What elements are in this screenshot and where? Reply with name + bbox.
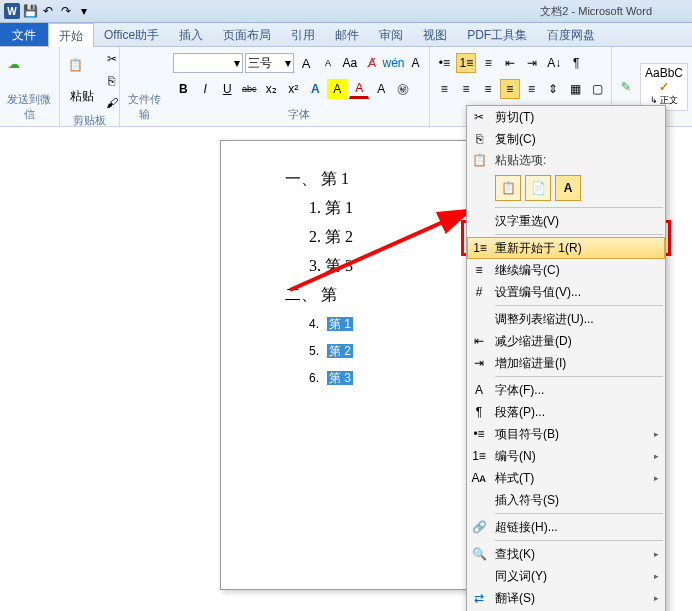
submenu-arrow-icon: ▸ (654, 571, 659, 581)
wechat-icon: ☁ (8, 57, 36, 85)
separator (495, 376, 663, 377)
bullets-icon: •≡ (471, 426, 487, 442)
ribbon-group-wechat: ☁ 发送到微信 (0, 47, 60, 126)
style-tool1-icon[interactable]: ✎ (616, 77, 636, 97)
submenu-arrow-icon: ▸ (654, 593, 659, 603)
tab-insert[interactable]: 插入 (169, 23, 213, 46)
qat-dropdown-icon[interactable]: ▾ (76, 3, 92, 19)
phonetic-button[interactable]: wén (384, 53, 404, 73)
paste-merge-button[interactable]: 📄 (525, 175, 551, 201)
send-to-wechat-button[interactable]: ☁ (4, 55, 40, 87)
redo-icon[interactable]: ↷ (58, 3, 74, 19)
subscript-button[interactable]: x₂ (261, 79, 281, 99)
style-preview-normal[interactable]: AaBbC ✓ ↳ 正文 (640, 63, 688, 111)
show-marks-button[interactable]: ¶ (566, 53, 586, 73)
align-center-button[interactable]: ≡ (456, 79, 476, 99)
cm-styles[interactable]: Aᴀ样式(T)▸ (467, 467, 665, 489)
underline-button[interactable]: U (217, 79, 237, 99)
cm-set-number-value[interactable]: #设置编号值(V)... (467, 281, 665, 303)
grow-font-button[interactable]: A (296, 53, 316, 73)
font-icon: A (471, 382, 487, 398)
format-painter-icon[interactable]: 🖌 (102, 93, 122, 113)
cm-increase-indent[interactable]: ⇥增加缩进量(I) (467, 352, 665, 374)
italic-button[interactable]: I (195, 79, 215, 99)
bullets-button[interactable]: •≡ (434, 53, 454, 73)
tab-review[interactable]: 审阅 (369, 23, 413, 46)
justify-button[interactable]: ≡ (500, 79, 520, 99)
tab-pdf-tools[interactable]: PDF工具集 (457, 23, 537, 46)
tab-baidu-netdisk[interactable]: 百度网盘 (537, 23, 605, 46)
tab-references[interactable]: 引用 (281, 23, 325, 46)
cm-copy[interactable]: ⎘复制(C) (467, 128, 665, 150)
cm-find[interactable]: 🔍查找(K)▸ (467, 543, 665, 565)
find-icon: 🔍 (471, 546, 487, 562)
shading-button[interactable]: ▦ (565, 79, 585, 99)
file-tab[interactable]: 文件 (0, 23, 48, 46)
cm-continue-numbering[interactable]: ≡继续编号(C) (467, 259, 665, 281)
tab-page-layout[interactable]: 页面布局 (213, 23, 281, 46)
font-color-button[interactable]: A (349, 79, 369, 99)
cut-icon[interactable]: ✂ (102, 49, 122, 69)
sort-button[interactable]: A↓ (544, 53, 564, 73)
continue-numbering-icon: ≡ (471, 262, 487, 278)
cm-font[interactable]: A字体(F)... (467, 379, 665, 401)
align-right-button[interactable]: ≡ (478, 79, 498, 99)
paste-keep-source-button[interactable]: 📋 (495, 175, 521, 201)
multilevel-button[interactable]: ≡ (478, 53, 498, 73)
group-label: 发送到微信 (4, 92, 55, 124)
paste-text-only-button[interactable]: A (555, 175, 581, 201)
cm-synonyms[interactable]: 同义词(Y)▸ (467, 565, 665, 587)
copy-icon[interactable]: ⎘ (102, 71, 122, 91)
separator (495, 540, 663, 541)
clear-format-button[interactable]: A̸ (362, 53, 382, 73)
quick-access-toolbar: W 💾 ↶ ↷ ▾ (4, 3, 92, 19)
increase-indent-button[interactable]: ⇥ (522, 53, 542, 73)
borders-button[interactable]: ▢ (587, 79, 607, 99)
enclose-char-button[interactable]: ㊙ (393, 79, 413, 99)
numbering-button[interactable]: 1≡ (456, 53, 476, 73)
decrease-indent-button[interactable]: ⇤ (500, 53, 520, 73)
cm-translate[interactable]: ⇄翻译(S)▸ (467, 587, 665, 609)
cm-restart-at-1[interactable]: 1≡重新开始于 1(R) (467, 237, 665, 259)
cm-hanzi-reselect[interactable]: 汉字重选(V) (467, 210, 665, 232)
context-menu: ✂剪切(T) ⎘复制(C) 📋粘贴选项: 📋 📄 A 汉字重选(V) 1≡重新开… (466, 105, 666, 611)
char-border-button[interactable]: A (406, 53, 426, 73)
hyperlink-icon: 🔗 (471, 519, 487, 535)
selection: 第 2 (327, 344, 353, 358)
change-case-button[interactable]: Aa (340, 53, 360, 73)
cm-adjust-list-indent[interactable]: 调整列表缩进(U)... (467, 308, 665, 330)
line-spacing-button[interactable]: ⇕ (543, 79, 563, 99)
char-shading-button[interactable]: A (371, 79, 391, 99)
shrink-font-button[interactable]: A (318, 53, 338, 73)
tab-office-assistant[interactable]: Office助手 (94, 23, 169, 46)
align-left-button[interactable]: ≡ (434, 79, 454, 99)
word-icon: W (4, 3, 20, 19)
font-name-combo[interactable]: ▾ (173, 53, 242, 73)
highlight-button[interactable]: A (327, 79, 347, 99)
save-icon[interactable]: 💾 (22, 3, 38, 19)
cm-numbering[interactable]: 1≡编号(N)▸ (467, 445, 665, 467)
cm-cut[interactable]: ✂剪切(T) (467, 106, 665, 128)
separator (495, 234, 663, 235)
cm-hyperlink[interactable]: 🔗超链接(H)... (467, 516, 665, 538)
font-size-combo[interactable]: 三号▾ (245, 53, 295, 73)
text-effects-button[interactable]: A (305, 79, 325, 99)
tab-mailings[interactable]: 邮件 (325, 23, 369, 46)
cm-decrease-indent[interactable]: ⇤减少缩进量(D) (467, 330, 665, 352)
cm-insert-symbol[interactable]: 插入符号(S) (467, 489, 665, 511)
tab-home[interactable]: 开始 (48, 23, 94, 47)
strike-button[interactable]: abc (239, 79, 259, 99)
undo-icon[interactable]: ↶ (40, 3, 56, 19)
ribbon-group-filetrans: 文件传输 (120, 47, 170, 126)
paste-button[interactable]: 📋 粘贴 (64, 56, 100, 107)
submenu-arrow-icon: ▸ (654, 451, 659, 461)
copy-icon: ⎘ (471, 131, 487, 147)
superscript-button[interactable]: x² (283, 79, 303, 99)
cut-icon: ✂ (471, 109, 487, 125)
distribute-button[interactable]: ≡ (522, 79, 542, 99)
bold-button[interactable]: B (173, 79, 193, 99)
cm-paragraph[interactable]: ¶段落(P)... (467, 401, 665, 423)
tab-view[interactable]: 视图 (413, 23, 457, 46)
cm-bullets[interactable]: •≡项目符号(B)▸ (467, 423, 665, 445)
set-number-icon: # (471, 284, 487, 300)
